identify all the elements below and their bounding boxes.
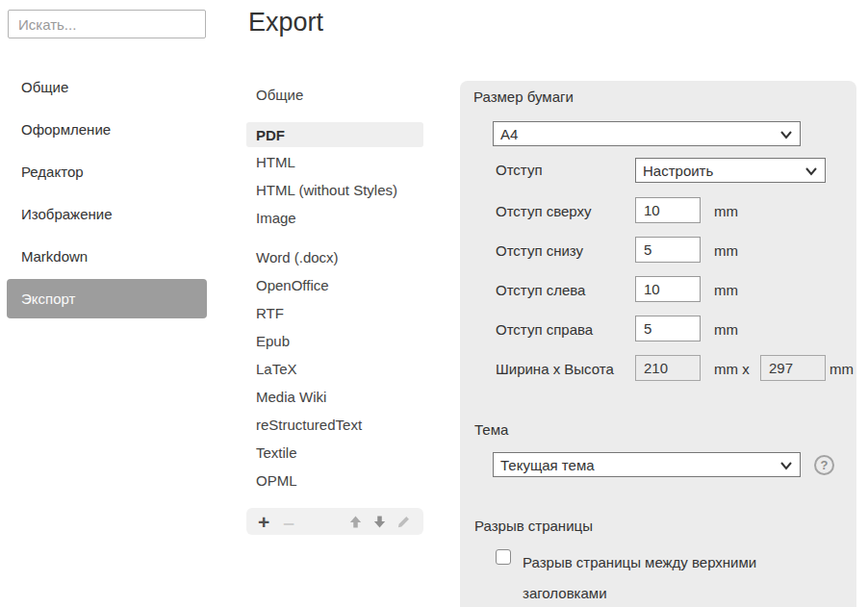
margin-left-input[interactable]: [635, 276, 701, 302]
margin-right-label: Отступ справа: [496, 321, 593, 338]
page-break-section-label: Разрыв страницы: [474, 518, 593, 534]
move-down-icon[interactable]: [371, 515, 388, 529]
pdf-export-settings-panel: Размер бумаги A4 Отступ Настроить Отступ…: [460, 81, 856, 607]
theme-section-label: Тема: [474, 421, 508, 438]
export-item-opml[interactable]: OPML: [246, 467, 423, 494]
margin-top-input[interactable]: [635, 197, 701, 223]
paper-size-value: A4: [500, 126, 518, 142]
page-title: Export: [248, 8, 323, 38]
margin-mode-select[interactable]: Настроить: [635, 158, 826, 183]
export-target-list: Общие PDF HTML HTML (without Styles) Ima…: [246, 81, 423, 535]
page-break-checkbox-label[interactable]: Разрыв страницы между верхними заголовка…: [523, 547, 797, 607]
search-input[interactable]: [8, 10, 206, 38]
export-item-restructuredtext[interactable]: reStructuredText: [246, 411, 423, 439]
settings-sidebar: Общие Оформление Редактор Изображение Ma…: [7, 65, 207, 318]
sidebar-item-editor[interactable]: Редактор: [7, 150, 207, 192]
add-export-button[interactable]: +: [258, 512, 269, 532]
sidebar-item-appearance[interactable]: Оформление: [7, 108, 207, 150]
export-item-image[interactable]: Image: [246, 204, 423, 232]
chevron-down-icon: [804, 165, 818, 177]
edit-icon[interactable]: [396, 515, 412, 529]
margin-right-unit: mm: [714, 321, 738, 338]
margin-left-label: Отступ слева: [496, 282, 585, 298]
export-item-latex[interactable]: LaTeX: [246, 355, 423, 383]
sidebar-item-general[interactable]: Общие: [7, 65, 207, 108]
margin-mode-value: Настроить: [643, 163, 713, 179]
export-item-html[interactable]: HTML: [246, 148, 423, 176]
margin-bottom-unit: mm: [714, 242, 738, 259]
paper-size-select[interactable]: A4: [493, 121, 801, 146]
list-group-divider: [246, 232, 423, 243]
page-width-input: [635, 355, 701, 381]
theme-help-icon[interactable]: ?: [814, 455, 834, 475]
page-size-unit-mid: mm x: [714, 361, 750, 377]
move-up-icon[interactable]: [347, 515, 364, 529]
page-size-label: Ширина x Высота: [496, 361, 614, 377]
sidebar-item-image[interactable]: Изображение: [7, 192, 207, 235]
sidebar-item-export[interactable]: Экспорт: [7, 279, 207, 318]
theme-select[interactable]: Текущая тема: [493, 452, 801, 477]
margin-left-unit: mm: [714, 282, 738, 298]
export-item-html-plain[interactable]: HTML (without Styles): [246, 176, 423, 204]
export-item-epub[interactable]: Epub: [246, 327, 423, 355]
export-item-rtf[interactable]: RTF: [246, 299, 423, 327]
margin-right-input[interactable]: [635, 316, 701, 341]
sidebar-item-markdown[interactable]: Markdown: [7, 235, 207, 277]
export-item-textile[interactable]: Textile: [246, 439, 423, 467]
export-item-openoffice[interactable]: OpenOffice: [246, 271, 423, 299]
export-item-word[interactable]: Word (.docx): [246, 243, 423, 271]
theme-value: Текущая тема: [500, 457, 595, 473]
page-size-unit: mm: [830, 361, 854, 377]
export-list-toolbar: + –: [246, 508, 423, 535]
margin-top-label: Отступ сверху: [496, 203, 592, 219]
page-height-input: [760, 355, 826, 381]
export-item-general[interactable]: Общие: [246, 81, 423, 109]
export-item-mediawiki[interactable]: Media Wiki: [246, 383, 423, 411]
page-break-checkbox[interactable]: [496, 549, 511, 565]
margin-mode-label: Отступ: [496, 162, 543, 178]
chevron-down-icon: [779, 460, 793, 471]
preferences-window: Export Общие Оформление Редактор Изображ…: [0, 0, 868, 607]
margin-bottom-input[interactable]: [635, 237, 701, 263]
export-item-pdf[interactable]: PDF: [246, 122, 423, 147]
margin-top-unit: mm: [714, 203, 738, 219]
chevron-down-icon: [779, 129, 793, 140]
remove-export-button[interactable]: –: [283, 512, 294, 532]
paper-size-section-label: Размер бумаги: [473, 89, 574, 105]
margin-bottom-label: Отступ снизу: [496, 242, 583, 259]
